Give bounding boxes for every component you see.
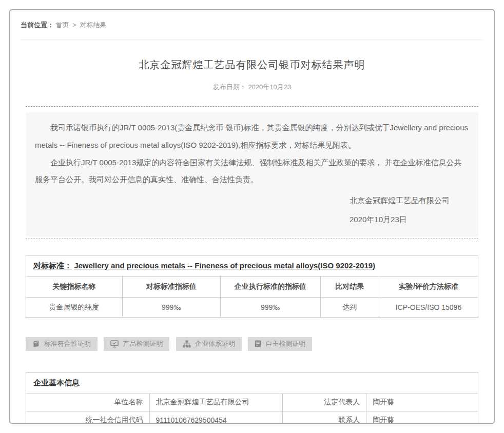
column-header-test-method: 实验/评价方法标准 xyxy=(379,276,478,297)
cell-indicator-name: 贵金属银的纯度 xyxy=(26,297,123,317)
page-frame: 当前位置： 首页 > 对标结果 北京金冠辉煌工艺品有限公司银币对标结果声明 发布… xyxy=(9,9,495,424)
signature-company: 北京金冠辉煌工艺品有限公司 xyxy=(350,191,450,210)
benchmark-header-row: 关键指标名称 对标标准指标值 企业执行标准的指标值 比对结果 实验/评价方法标准 xyxy=(26,276,478,297)
column-header-enterprise-value: 企业执行标准的指标值 xyxy=(220,276,320,297)
benchmark-standard-label: 对标标准： xyxy=(33,261,72,270)
cell-test-method: ICP-OES/ISO 15096 xyxy=(379,297,478,317)
signature-block: 北京金冠辉煌工艺品有限公司 2020年10月23日 xyxy=(35,191,469,229)
monitor-check-icon xyxy=(110,340,119,348)
benchmark-result-table: 对标标准： Jewellery and precious metals -- F… xyxy=(26,255,478,318)
document-icon xyxy=(255,340,261,347)
column-header-standard-value: 对标标准指标值 xyxy=(122,276,220,297)
table-row: 贵金属银的纯度 999‰ 999‰ 达到 ICP-OES/ISO 15096 xyxy=(26,297,478,317)
button-label: 产品检测证明 xyxy=(123,339,163,348)
value-legal-representative: 陶开葵 xyxy=(366,393,478,411)
company-info-title: 企业基本信息 xyxy=(26,372,478,393)
button-label: 标准符合性证明 xyxy=(44,339,91,348)
org-chart-icon xyxy=(183,340,191,348)
value-contact-person: 陶开葵 xyxy=(366,411,478,424)
declaration-paragraph-2: 企业执行JR/T 0005-2013规定的内容符合国家有关法律法规、强制性标准及… xyxy=(35,154,469,189)
column-header-compare-result: 比对结果 xyxy=(320,276,379,297)
label-legal-representative: 法定代表人 xyxy=(282,393,366,411)
enterprise-system-cert-button[interactable]: 企业体系证明 xyxy=(176,337,242,351)
certificate-button-bar: 标准符合性证明 产品检测证明 xyxy=(26,337,478,351)
value-credit-code: 911101067629500454 xyxy=(149,411,282,424)
publish-date: 发布日期： 2020年10月23 xyxy=(26,83,478,92)
label-credit-code: 统一社会信用代码 xyxy=(26,411,150,424)
benchmark-standard-row: 对标标准： Jewellery and precious metals -- F… xyxy=(26,255,478,276)
signature-date: 2020年10月23日 xyxy=(350,210,450,229)
declaration-paragraph-1: 我司承诺银币执行的JR/T 0005-2013(贵金属纪念币 银币)标准，其贵金… xyxy=(35,119,469,154)
book-icon xyxy=(32,340,40,347)
cell-standard-value: 999‰ xyxy=(122,297,220,317)
publish-date-label: 发布日期： xyxy=(213,83,246,91)
label-company-name: 单位名称 xyxy=(26,393,150,411)
column-header-indicator-name: 关键指标名称 xyxy=(26,276,123,297)
product-test-cert-button[interactable]: 产品检测证明 xyxy=(104,337,169,351)
button-label: 企业体系证明 xyxy=(195,339,235,348)
declaration-notice: 我司承诺银币执行的JR/T 0005-2013(贵金属纪念币 银币)标准，其贵金… xyxy=(26,112,478,237)
page-title: 北京金冠辉煌工艺品有限公司银币对标结果声明 xyxy=(26,58,478,72)
company-info-title-row: 企业基本信息 xyxy=(26,372,478,393)
breadcrumb: 当前位置： 首页 > 对标结果 xyxy=(21,21,483,40)
dashed-divider-top xyxy=(26,106,478,107)
self-test-cert-button[interactable]: 自主检测证明 xyxy=(248,337,312,351)
breadcrumb-current-link[interactable]: 对标结果 xyxy=(80,21,106,29)
breadcrumb-home-link[interactable]: 首页 xyxy=(56,21,69,29)
dashed-divider-bottom xyxy=(26,239,478,239)
benchmark-standard-cell: 对标标准： Jewellery and precious metals -- F… xyxy=(26,255,478,276)
value-company-name: 北京金冠辉煌工艺品有限公司 xyxy=(149,393,282,411)
cell-enterprise-value: 999‰ xyxy=(220,297,320,317)
company-info-table: 企业基本信息 单位名称 北京金冠辉煌工艺品有限公司 法定代表人 陶开葵 统一社会… xyxy=(26,372,478,424)
document-body: 北京金冠辉煌工艺品有限公司银币对标结果声明 发布日期： 2020年10月23 我… xyxy=(26,58,478,424)
standard-conformity-cert-button[interactable]: 标准符合性证明 xyxy=(26,337,98,351)
button-label: 自主检测证明 xyxy=(265,339,305,348)
publish-date-value: 2020年10月23 xyxy=(248,83,291,91)
table-row: 统一社会信用代码 911101067629500454 联系人 陶开葵 xyxy=(26,411,478,424)
breadcrumb-label: 当前位置： xyxy=(21,21,54,29)
label-contact-person: 联系人 xyxy=(282,411,366,424)
cell-compare-result: 达到 xyxy=(320,297,379,317)
benchmark-standard-text: Jewellery and precious metals -- Finenes… xyxy=(74,261,375,270)
breadcrumb-separator: > xyxy=(72,21,76,29)
table-row: 单位名称 北京金冠辉煌工艺品有限公司 法定代表人 陶开葵 xyxy=(26,393,478,411)
